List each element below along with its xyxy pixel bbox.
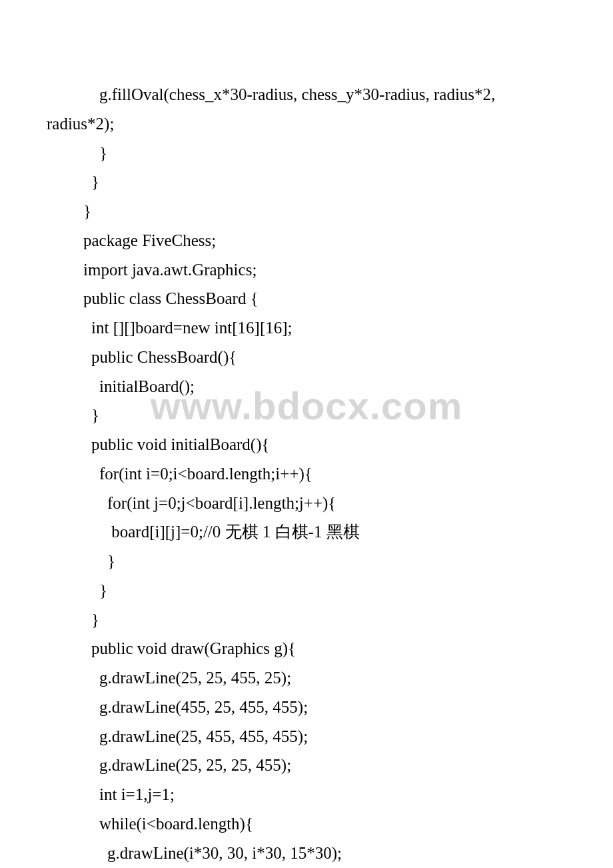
code-line: initialBoard(); <box>47 372 566 401</box>
code-line: public ChessBoard(){ <box>47 343 566 372</box>
code-line: while(i<board.length){ <box>47 809 566 839</box>
code-line: public void initialBoard(){ <box>47 430 566 459</box>
document-page: www.bdocx.com g.fillOval(chess_x*30-radi… <box>0 0 613 868</box>
code-line: } <box>47 139 566 168</box>
code-line: radius*2); <box>47 109 566 139</box>
code-line: import java.awt.Graphics; <box>47 255 566 285</box>
code-line: g.drawLine(25, 25, 455, 25); <box>47 663 566 693</box>
code-line: board[i][j]=0;//0 无棋 1 白棋-1 黑棋 <box>47 517 566 547</box>
code-line: g.drawLine(25, 455, 455, 455); <box>47 722 566 751</box>
code-line: } <box>47 547 566 576</box>
code-line: } <box>47 576 566 605</box>
code-line: int i=1,j=1; <box>47 780 566 809</box>
code-line: public void draw(Graphics g){ <box>47 634 566 663</box>
code-line: } <box>47 197 566 226</box>
code-line: } <box>47 605 566 635</box>
code-line: for(int i=0;i<board.length;i++){ <box>47 459 566 489</box>
code-line: g.drawLine(i*30, 30, i*30, 15*30); <box>47 839 566 868</box>
code-content: g.fillOval(chess_x*30-radius, chess_y*30… <box>47 80 566 867</box>
code-line: } <box>47 167 566 197</box>
code-line: for(int j=0;j<board[i].length;j++){ <box>47 489 566 518</box>
code-line: g.drawLine(455, 25, 455, 455); <box>47 693 566 722</box>
code-line: g.drawLine(25, 25, 25, 455); <box>47 751 566 780</box>
code-line: package FiveChess; <box>47 226 566 255</box>
code-line: public class ChessBoard { <box>47 284 566 313</box>
code-line: g.fillOval(chess_x*30-radius, chess_y*30… <box>47 80 566 109</box>
code-line: int [][]board=new int[16][16]; <box>47 313 566 343</box>
code-line: } <box>47 401 566 430</box>
